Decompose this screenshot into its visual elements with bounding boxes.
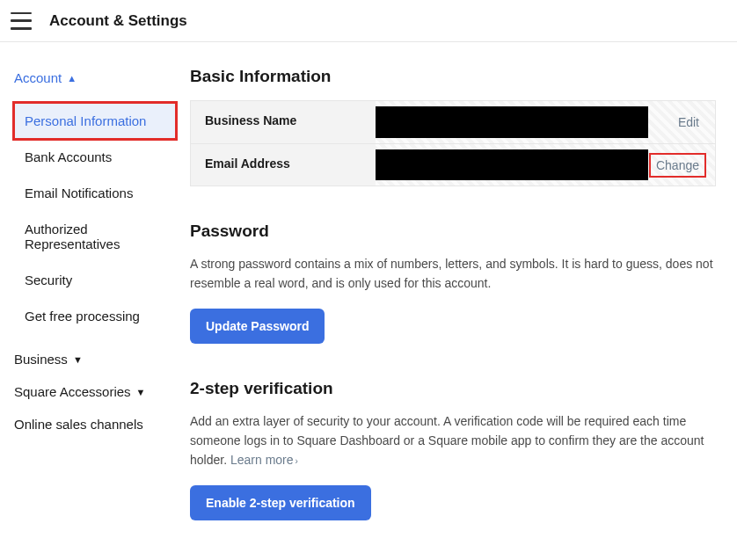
sidebar-item-security[interactable]: Security — [14, 262, 176, 298]
section-basic-information: Basic Information Business Name Edit Ema… — [190, 67, 716, 186]
sidebar-item-email-notifications[interactable]: Email Notifications — [14, 175, 176, 211]
row-value: Change — [376, 144, 715, 185]
row-label-business-name: Business Name — [191, 101, 376, 143]
caret-right-icon: › — [296, 456, 298, 466]
enable-two-step-button[interactable]: Enable 2-step verification — [190, 485, 371, 520]
main: Basic Information Business Name Edit Ema… — [176, 42, 737, 560]
change-button[interactable]: Change — [651, 155, 704, 176]
sidebar-item-authorized-representatives[interactable]: Authorized Representatives — [14, 211, 176, 262]
sidebar-header-square-accessories[interactable]: Square Accessories ▼ — [14, 384, 176, 399]
basic-info-title: Basic Information — [190, 67, 716, 86]
sidebar-header-business[interactable]: Business ▼ — [14, 352, 176, 367]
page-title: Account & Settings — [49, 12, 187, 30]
update-password-button[interactable]: Update Password — [190, 309, 325, 344]
password-title: Password — [190, 222, 716, 241]
chevron-down-icon: ▼ — [73, 354, 83, 365]
row-label-email-address: Email Address — [191, 144, 376, 185]
topbar: Account & Settings — [0, 0, 737, 42]
learn-more-link[interactable]: Learn more› — [230, 453, 298, 467]
two-step-description: Add an extra layer of security to your a… — [190, 412, 716, 469]
sidebar-item-get-free-processing[interactable]: Get free processing — [14, 298, 176, 334]
sidebar-item-bank-accounts[interactable]: Bank Accounts — [14, 139, 176, 175]
edit-button[interactable]: Edit — [673, 112, 704, 133]
chevron-up-icon: ▲ — [67, 73, 77, 84]
section-two-step: 2-step verification Add an extra layer o… — [190, 379, 716, 520]
row-value: Edit — [376, 101, 715, 143]
two-step-title: 2-step verification — [190, 379, 716, 398]
sidebar-item-personal-information[interactable]: Personal Information — [14, 103, 176, 139]
chevron-down-icon: ▼ — [136, 387, 146, 397]
table-row: Email Address Change — [191, 143, 715, 185]
section-password: Password A strong password contains a mi… — [190, 222, 716, 344]
menu-icon[interactable] — [11, 12, 32, 30]
redacted-block — [376, 106, 648, 138]
sidebar-header-account[interactable]: Account ▲ — [14, 70, 176, 85]
redacted-block — [376, 149, 648, 180]
sidebar: Account ▲ Personal Information Bank Acco… — [0, 42, 176, 560]
basic-info-table: Business Name Edit Email Address Change — [190, 100, 716, 186]
table-row: Business Name Edit — [191, 101, 715, 143]
sidebar-header-online-sales-channels[interactable]: Online sales channels — [14, 417, 176, 432]
sidebar-header-label: Account — [14, 70, 62, 85]
password-description: A strong password contains a mix of numb… — [190, 255, 716, 293]
